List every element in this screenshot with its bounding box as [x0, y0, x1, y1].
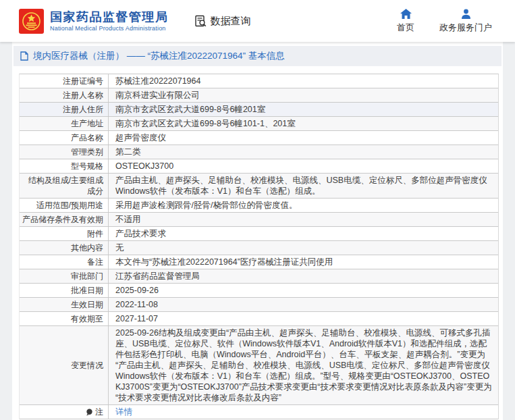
- field-value-text: 第二类: [115, 147, 141, 157]
- field-value-text: 产品技术要求: [115, 228, 166, 239]
- national-emblem-icon: [19, 9, 44, 34]
- bulb-icon: [86, 409, 93, 416]
- field-label-text: 管理类别: [71, 147, 103, 157]
- table-row: 备注本文件与“苏械注准20222071964”医疗器械注册证共同使用: [20, 255, 498, 269]
- field-value: 南京市玄武区玄武大道699-8号6幢101-1、201室: [109, 117, 498, 130]
- org-name-cn: 国家药品监督管理局: [50, 10, 169, 24]
- table-row: 变更情况2025-09-26结构及组成变更由“产品由主机、超声探头、足辅助台、校…: [20, 326, 498, 405]
- field-value: OSTEOKJ3700: [109, 159, 498, 173]
- table-row: 审批部门江苏省药品监督管理局: [20, 269, 498, 284]
- field-value-text: 2022-11-08: [115, 299, 158, 310]
- table-row: 注册证编号苏械注准20222071964: [20, 74, 498, 88]
- field-label-text: 备注: [87, 257, 103, 267]
- field-label: 审批部门: [20, 269, 109, 283]
- field-label: 有效期至: [20, 312, 109, 325]
- nav-home[interactable]: 首页: [392, 9, 419, 34]
- field-label: 生产地址: [20, 117, 109, 130]
- field-value: 详情: [109, 405, 498, 419]
- field-value: 苏械注准20222071964: [109, 74, 498, 88]
- data-query-label: 数据查询: [211, 15, 251, 28]
- org-name-en: National Medical Products Administration: [50, 25, 169, 32]
- field-label-text: 注: [95, 406, 103, 417]
- field-label-text: 产品储存条件及有效期: [22, 214, 103, 225]
- detail-link[interactable]: 详情: [115, 406, 132, 417]
- nmpa-logo-block: 国家药品监督管理局 National Medical Products Admi…: [19, 9, 169, 34]
- field-label-text: 注册证编号: [63, 76, 103, 86]
- field-value-text: 苏械注准20222071964: [115, 76, 200, 86]
- field-label-text: 生效日期: [71, 299, 103, 310]
- field-label: 备注: [20, 255, 109, 269]
- document-icon: [20, 51, 28, 61]
- table-row: 批准日期2025-09-26: [20, 284, 498, 298]
- field-value: 南京市玄武区玄武大道699-8号6幢201室: [109, 103, 498, 116]
- field-value: 本文件与“苏械注准20222071964”医疗器械注册证共同使用: [109, 255, 498, 269]
- org-titles: 国家药品监督管理局 National Medical Products Admi…: [50, 10, 169, 32]
- field-label-text: 注册人住所: [63, 104, 103, 115]
- field-value: 江苏省药品监督管理局: [109, 269, 498, 283]
- field-label-text: 结构及组成/主要组成成分: [22, 175, 103, 196]
- field-label: 注册人住所: [20, 103, 109, 116]
- field-value: 采用超声波检测跟骨/胫骨/桡骨部位的骨密度值。: [109, 199, 498, 212]
- field-value: 南京科进实业有限公司: [109, 88, 498, 102]
- field-value: 产品技术要求: [109, 227, 498, 240]
- table-row: 生产地址南京市玄武区玄武大道699-8号6幢101-1、201室: [20, 117, 498, 131]
- field-value: 不适用: [109, 213, 498, 226]
- field-value-text: 南京市玄武区玄武大道699-8号6幢101-1、201室: [115, 118, 296, 129]
- table-row: 产品储存条件及有效期不适用: [20, 213, 498, 227]
- user-icon: [461, 9, 471, 19]
- field-value-text: 江苏省药品监督管理局: [115, 271, 200, 282]
- field-value-text: 2025-09-26: [115, 285, 159, 296]
- field-label: 注册证编号: [20, 74, 109, 88]
- field-value-text: 采用超声波检测跟骨/胫骨/桡骨部位的骨密度值。: [115, 200, 297, 211]
- field-value: 超声骨密度仪: [109, 131, 498, 145]
- site-header: 国家药品监督管理局 National Medical Products Admi…: [0, 0, 515, 42]
- field-label: 注: [20, 405, 109, 419]
- nav-gov-portal[interactable]: 政务服务门户: [439, 9, 492, 34]
- field-label-text: 适用范围/预期用途: [36, 200, 103, 211]
- field-label-text: 注册人名称: [63, 90, 103, 101]
- field-label-text: 生产地址: [71, 118, 103, 129]
- table-row: 管理类别第二类: [20, 145, 498, 159]
- field-value-text: 无: [115, 242, 124, 253]
- field-label-text: 批准日期: [71, 285, 103, 296]
- field-value-text: 南京科进实业有限公司: [115, 90, 200, 101]
- table-row: 其他内容无: [20, 241, 498, 255]
- field-value: 2027-11-07: [109, 312, 498, 325]
- field-label-text: 审批部门: [71, 271, 103, 282]
- table-row: 注册人名称南京科进实业有限公司: [20, 88, 498, 103]
- table-row: 注详情: [20, 405, 498, 419]
- field-value-text: 2025-09-26结构及组成变更由“产品由主机、超声探头、足辅助台、校准模块、…: [115, 327, 493, 403]
- field-label-text: 型号规格: [71, 161, 103, 172]
- field-label: 其他内容: [20, 241, 109, 255]
- field-value: 第二类: [109, 145, 498, 159]
- field-value: 2022-11-08: [109, 298, 498, 311]
- breadcrumb-text: 境内医疗器械（注册） —— “苏械注准20222071964” 基本信息: [33, 50, 285, 62]
- table-row: 型号规格OSTEOKJ3700: [20, 159, 498, 174]
- nav-home-label: 首页: [397, 22, 414, 34]
- field-label: 变更情况: [20, 326, 109, 404]
- field-value: 产品由主机、超声探头、足辅助台、校准模块、电源线、USB电缆、定位标尺、多部位超…: [109, 174, 498, 198]
- field-label-text: 产品名称: [71, 132, 103, 143]
- table-row: 适用范围/预期用途采用超声波检测跟骨/胫骨/桡骨部位的骨密度值。: [20, 199, 498, 213]
- field-label-text: 其他内容: [71, 242, 103, 253]
- field-value-text: 不适用: [115, 214, 141, 225]
- field-label: 结构及组成/主要组成成分: [20, 174, 109, 198]
- nav-data-query[interactable]: 数据查询: [194, 15, 251, 28]
- registration-info-table: 注册证编号苏械注准20222071964注册人名称南京科进实业有限公司注册人住所…: [19, 74, 499, 419]
- field-value-text: 产品由主机、超声探头、足辅助台、校准模块、电源线、USB电缆、定位标尺、多部位超…: [115, 175, 493, 196]
- field-value: 2025-09-26: [109, 284, 498, 297]
- field-value-text: 2027-11-07: [115, 313, 158, 324]
- field-label: 批准日期: [20, 284, 109, 297]
- table-row: 有效期至2027-11-07: [20, 312, 498, 326]
- home-icon: [400, 9, 412, 19]
- field-label-text: 变更情况: [71, 360, 103, 371]
- field-label: 产品储存条件及有效期: [20, 213, 109, 226]
- field-label: 适用范围/预期用途: [20, 199, 109, 212]
- field-label: 生效日期: [20, 298, 109, 311]
- nav-gov-portal-label: 政务服务门户: [439, 22, 492, 34]
- field-value-text: 本文件与“苏械注准20222071964”医疗器械注册证共同使用: [115, 257, 333, 267]
- field-label-text: 附件: [87, 228, 103, 239]
- table-row: 生效日期2022-11-08: [20, 298, 498, 312]
- header-nav: 首页 政务服务门户: [392, 9, 502, 34]
- data-query-icon: [194, 15, 207, 28]
